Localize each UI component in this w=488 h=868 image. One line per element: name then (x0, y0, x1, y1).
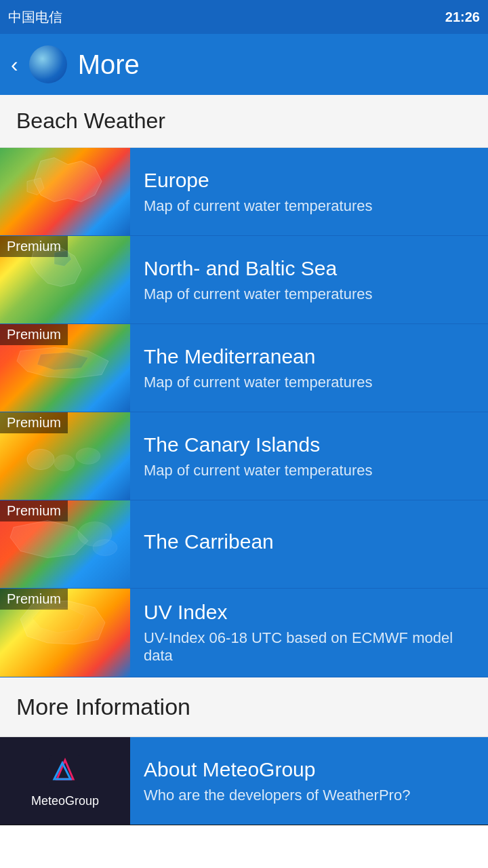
canary-item-content: The Canary Islands Map of current water … (130, 412, 488, 500)
svg-point-4 (93, 540, 117, 556)
meteogroup-logo-icon (47, 753, 83, 789)
mediterranean-subtitle: Map of current water temperatures (144, 374, 474, 391)
uv-map-thumb: Premium (0, 589, 130, 677)
list-item[interactable]: MeteoGroup About MeteoGroup Who are the … (0, 737, 488, 825)
canary-subtitle: Map of current water temperatures (144, 462, 474, 479)
more-information-section-header: More Information (0, 677, 488, 737)
mediterranean-map-thumb: Premium (0, 324, 130, 412)
beach-weather-section-header: Beach Weather (0, 95, 488, 148)
uv-item-content: UV Index UV-Index 06-18 UTC based on ECM… (130, 589, 488, 677)
europe-item-content: Europe Map of current water temperatures (130, 148, 488, 235)
meteogroup-content: About MeteoGroup Who are the developers … (130, 737, 488, 825)
baltic-map-thumb: Premium (0, 236, 130, 323)
uv-title: UV Index (144, 601, 474, 624)
list-item[interactable]: Europe Map of current water temperatures (0, 148, 488, 236)
europe-title: Europe (144, 169, 474, 192)
meteogroup-subtitle: Who are the developers of WeatherPro? (144, 787, 474, 804)
baltic-subtitle: Map of current water temperatures (144, 285, 474, 303)
baltic-item-content: North- and Baltic Sea Map of current wat… (130, 236, 488, 323)
list-item[interactable]: Premium The Canary Islands Map of curren… (0, 412, 488, 500)
app-logo-globe (29, 45, 67, 83)
mediterranean-item-content: The Mediterranean Map of current water t… (130, 324, 488, 412)
list-item[interactable]: Premium North- and Baltic Sea Map of cur… (0, 236, 488, 324)
svg-point-2 (76, 448, 100, 465)
header: ‹ More (0, 34, 488, 95)
europe-map-thumb (0, 148, 130, 235)
list-item[interactable]: Premium The Carribean (0, 500, 488, 589)
mediterranean-title: The Mediterranean (144, 345, 474, 368)
europe-subtitle: Map of current water temperatures (144, 197, 474, 215)
svg-point-1 (54, 455, 75, 471)
back-button[interactable]: ‹ (11, 52, 18, 77)
caribbean-title: The Carribean (144, 530, 474, 553)
list-item[interactable]: Premium The Mediterranean Map of current… (0, 324, 488, 412)
svg-point-0 (27, 450, 54, 470)
uv-subtitle: UV-Index 06-18 UTC based on ECMWF model … (144, 629, 474, 665)
time-text: 21:26 (445, 9, 480, 25)
list-item[interactable]: Premium UV Index UV-Index 06-18 UTC base… (0, 589, 488, 677)
caribbean-item-content: The Carribean (130, 500, 488, 588)
page-title: More (78, 50, 140, 80)
caribbean-map-thumb: Premium (0, 500, 130, 588)
baltic-title: North- and Baltic Sea (144, 257, 474, 280)
canary-title: The Canary Islands (144, 433, 474, 456)
status-bar: 中国电信 21:26 (0, 0, 488, 34)
carrier-text: 中国电信 (8, 8, 62, 26)
meteogroup-title: About MeteoGroup (144, 758, 474, 781)
canary-map-thumb: Premium (0, 412, 130, 500)
meteogroup-logo-text: MeteoGroup (31, 794, 99, 808)
meteogroup-logo-container: MeteoGroup (0, 737, 130, 825)
